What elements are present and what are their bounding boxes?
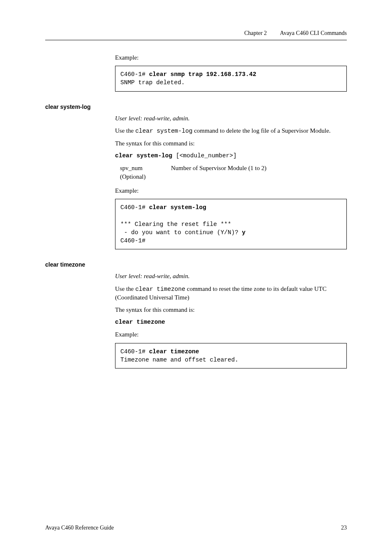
user-level-text: User level: read-write, admin. [115,114,347,122]
desc-suffix: command to delete the log file of a Supe… [192,127,330,134]
command-text: clear snmp trap 192.168.173.42 [149,71,256,78]
output-text: Timezone name and offset cleared. [120,357,238,363]
page-footer: Avaya C460 Reference Guide 23 [45,524,347,532]
param-desc: Number of Supervisor Module (1 to 2) [171,164,266,181]
user-level-text: User level: read-write, admin. [115,272,347,280]
syntax-label: The syntax for this command is: [115,139,347,147]
desc-prefix: Use the [115,286,135,292]
output-text: SNMP trap deleted. [120,79,185,86]
example-label: Example: [115,187,347,195]
chapter-title: Avaya C460 CLI Commands [280,30,347,37]
desc-code: clear system-log [135,128,192,134]
desc-prefix: Use the [115,127,135,134]
command-text: clear timezone [149,348,199,355]
footer-left: Avaya C460 Reference Guide [45,524,114,532]
output-text: *** Clearing the reset file *** [120,221,231,228]
syntax-args: [<module_number>] [172,152,237,159]
page: Chapter 2 Avaya C460 CLI Commands Exampl… [0,0,392,555]
output-text: - do you want to continue (Y/N)? [120,229,242,236]
description-text: Use the clear timezone command to reset … [115,285,347,302]
code-block: C460-1# clear system-log *** Clearing th… [115,199,347,249]
page-number: 23 [341,524,347,532]
desc-code: clear timezone [135,286,185,292]
syntax-cmd: clear timezone [115,319,165,325]
code-block: C460-1# clear timezone Timezone name and… [115,343,347,369]
description-text: Use the clear system-log command to dele… [115,127,347,136]
param-name: spv_num (Optional) [120,164,159,181]
example-label: Example: [115,53,347,62]
syntax-label: The syntax for this command is: [115,306,347,314]
user-input: y [242,229,246,236]
running-head: Chapter 2 Avaya C460 CLI Commands [45,30,347,40]
command-text: clear system-log [149,204,206,211]
prompt-text: C460-1# [120,71,149,78]
prompt-text: C460-1# [120,204,149,211]
content-column: Example: C460-1# clear snmp trap 192.168… [45,53,347,368]
section-heading: clear system-log [45,103,347,111]
param-name-line2: (Optional) [120,173,159,181]
syntax-cmd: clear system-log [115,152,172,159]
prompt-text: C460-1# [120,237,145,244]
param-name-line1: spv_num [120,164,159,172]
prompt-text: C460-1# [120,348,149,355]
param-row: spv_num (Optional) Number of Supervisor … [120,164,347,181]
section-heading: clear timezone [45,261,347,269]
code-block: C460-1# clear snmp trap 192.168.173.42 S… [115,66,347,92]
example-label: Example: [115,330,347,339]
syntax-line: clear timezone [115,318,347,327]
syntax-line: clear system-log [<module_number>] [115,152,347,160]
chapter-label: Chapter 2 [244,30,267,37]
